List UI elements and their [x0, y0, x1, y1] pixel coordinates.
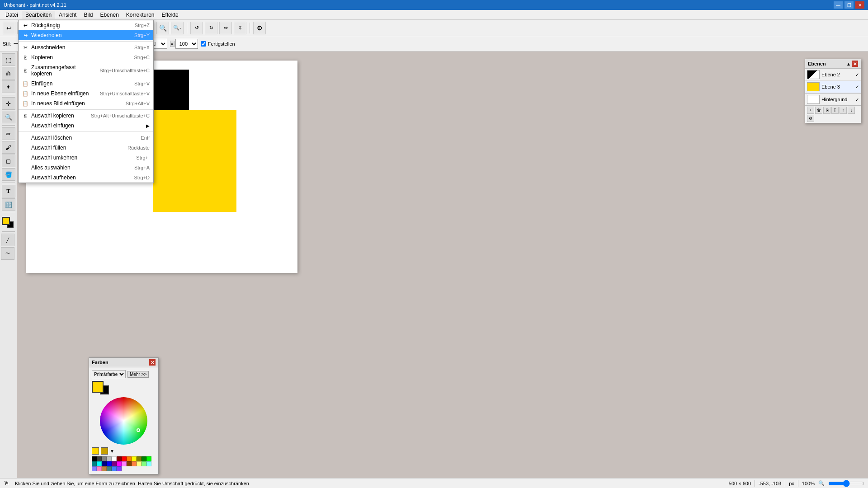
palette-color-000080[interactable]	[102, 461, 107, 466]
toolbar-settings-btn[interactable]: ⚙	[253, 22, 266, 34]
toolbar-zoom-out-btn[interactable]: 🔍-	[171, 22, 184, 34]
tool-lasso[interactable]: ⋒	[2, 67, 15, 80]
palette-color-ff80ff[interactable]	[122, 461, 127, 466]
ctx-zusammengefasst-kopieren[interactable]: ⎘ Zusammengefasst kopieren Strg+Umschalt…	[19, 62, 153, 79]
ctx-auswahl-löschen[interactable]: Auswahl löschen Entf	[19, 133, 153, 143]
colors-mode-select[interactable]: Primärfarbe	[92, 370, 126, 378]
ctx-kopieren[interactable]: ⎘ Kopieren Strg+C	[19, 52, 153, 62]
layer-check-ebene3[interactable]: ✓	[855, 84, 859, 89]
toolbar-undo-btn[interactable]: ↩	[3, 22, 15, 34]
palette-color-8040ff[interactable]	[117, 466, 122, 471]
tool-brush[interactable]: 🖌	[2, 141, 15, 154]
palette-color-ff8000[interactable]	[127, 456, 132, 461]
layer-merge-btn[interactable]: ↧	[831, 107, 839, 114]
tool-eraser[interactable]: ◻	[2, 155, 15, 167]
colors-primary-swatch[interactable]	[92, 381, 104, 393]
tool-curve[interactable]: 〜	[1, 247, 14, 260]
palette-color-808000[interactable]	[137, 456, 142, 461]
fertigstellen-check[interactable]	[201, 41, 206, 47]
palette-color-80ff80[interactable]	[142, 461, 146, 466]
palette-color-ffff00[interactable]	[132, 456, 137, 461]
ctx-auswahl-aufheben[interactable]: Auswahl aufheben Strg+D	[19, 173, 153, 183]
layers-scroll-up[interactable]: ▲	[846, 61, 851, 66]
tool-text[interactable]: T	[2, 185, 15, 197]
palette-color-804000[interactable]	[127, 461, 132, 466]
close-button[interactable]: ✕	[855, 1, 864, 9]
tool-primary-color[interactable]	[2, 217, 10, 225]
palette-color-c0c0c0[interactable]	[107, 456, 112, 461]
layer-check-hintergrund[interactable]: ✓	[855, 97, 859, 102]
palette-color-800080[interactable]	[112, 461, 117, 466]
tool-pencil[interactable]: ✏	[2, 127, 15, 140]
ctx-neues-bild-einfügen[interactable]: 📋 In neues Bild einfügen Strg+Alt+V	[19, 99, 153, 108]
palette-color-ff80c0[interactable]	[97, 466, 102, 471]
tool-zoom[interactable]: 🔍	[2, 111, 15, 123]
palette-color-8080ff[interactable]	[92, 466, 97, 471]
zoom-slider[interactable]	[828, 480, 864, 487]
layer-down-btn[interactable]: ↓	[848, 107, 855, 114]
minimize-button[interactable]: —	[834, 1, 843, 9]
layer-check-ebene2[interactable]: ✓	[855, 72, 859, 77]
toolbar-rotate-left-btn[interactable]: ↺	[190, 22, 203, 34]
ctx-auswahl-füllen[interactable]: Auswahl füllen Rücktaste	[19, 143, 153, 153]
ctx-rückgängig[interactable]: ↩ Rückgängig Strg+Z	[19, 20, 153, 30]
opacity-select[interactable]: 100	[175, 39, 198, 49]
ctx-auswahl-einfügen[interactable]: Auswahl einfügen ▶	[19, 121, 153, 131]
ctx-neue-ebene-einfügen[interactable]: 📋 In neue Ebene einfügen Strg+Umschaltta…	[19, 89, 153, 99]
ctx-wiederholen[interactable]: ↪ Wiederholen Strg+Y	[19, 30, 153, 40]
ctx-alles-auswählen[interactable]: Alles auswählen Strg+A	[19, 163, 153, 173]
maximize-button[interactable]: ❐	[844, 1, 854, 9]
palette-color-80ffff[interactable]	[146, 461, 151, 466]
palette-color-00ff00[interactable]	[146, 456, 151, 461]
tool-move[interactable]: ✛	[2, 97, 15, 110]
tool-shapes[interactable]: 🔡	[2, 198, 15, 211]
tool-magic-wand[interactable]: ✦	[2, 80, 15, 93]
palette-color-008000[interactable]	[142, 456, 146, 461]
palette-color-00ffff[interactable]	[97, 461, 102, 466]
ctx-ausschneiden[interactable]: ✂ Ausschneiden Strg+X	[19, 42, 153, 52]
color-indicator-dark[interactable]	[101, 447, 108, 455]
palette-color-c08040[interactable]	[102, 466, 107, 471]
color-wheel[interactable]	[100, 397, 147, 445]
toolbar-zoom-in-btn[interactable]: 🔍	[156, 22, 169, 34]
layer-add-btn[interactable]: +	[807, 107, 814, 114]
toolbar-rotate-right-btn[interactable]: ↻	[205, 22, 217, 34]
menu-bild[interactable]: Bild	[80, 11, 96, 19]
palette-color-408080[interactable]	[107, 466, 112, 471]
color-indicator-yellow[interactable]	[92, 447, 99, 455]
palette-color-ff0000[interactable]	[122, 456, 127, 461]
tool-select[interactable]: ⬚	[2, 53, 15, 66]
layer-up-btn[interactable]: ↑	[840, 107, 847, 114]
menu-ebenen[interactable]: Ebenen	[96, 11, 122, 19]
palette-color-ff8040[interactable]	[132, 461, 137, 466]
ctx-auswahl-umkehren[interactable]: Auswahl umkehren Strg+I	[19, 153, 153, 163]
colors-close-btn[interactable]: ✕	[149, 359, 156, 366]
palette-color-800000[interactable]	[117, 456, 122, 461]
menu-bearbeiten[interactable]: Bearbeiten	[22, 11, 55, 19]
menu-korrekturen[interactable]: Korrekturen	[123, 11, 158, 19]
palette-color-4080ff[interactable]	[112, 466, 117, 471]
menu-effekte[interactable]: Effekte	[158, 11, 182, 19]
palette-color-808080[interactable]	[102, 456, 107, 461]
tool-fill[interactable]: 🪣	[2, 168, 15, 181]
palette-color-ff00ff[interactable]	[117, 461, 122, 466]
layer-settings-btn[interactable]: ⚙	[807, 115, 814, 122]
tool-line[interactable]: ╱	[1, 234, 14, 246]
layers-close-btn[interactable]: ✕	[852, 61, 858, 67]
color-arrow-btn[interactable]: ▼	[110, 449, 114, 454]
ctx-auswahl-kopieren[interactable]: ⎘ Auswahl kopieren Strg+Alt+Umschalttast…	[19, 111, 153, 121]
layer-delete-btn[interactable]: 🗑	[815, 107, 822, 114]
layer-duplicate-btn[interactable]: ⎘	[823, 107, 830, 114]
menu-datei[interactable]: Datei	[2, 11, 22, 19]
palette-color-000000[interactable]	[92, 456, 97, 461]
palette-color-ffff80[interactable]	[137, 461, 142, 466]
palette-color-404040[interactable]	[97, 456, 102, 461]
palette-color-ffffff[interactable]	[112, 456, 117, 461]
mehr-button[interactable]: Mehr >>	[127, 371, 149, 378]
menu-ansicht[interactable]: Ansicht	[55, 11, 80, 19]
ctx-einfügen[interactable]: 📋 Einfügen Strg+V	[19, 79, 153, 89]
toolbar-flip-h-btn[interactable]: ⇔	[219, 22, 232, 34]
palette-color-0000ff[interactable]	[107, 461, 112, 466]
palette-color-008080[interactable]	[92, 461, 97, 466]
toolbar-flip-v-btn[interactable]: ⇕	[234, 22, 246, 34]
